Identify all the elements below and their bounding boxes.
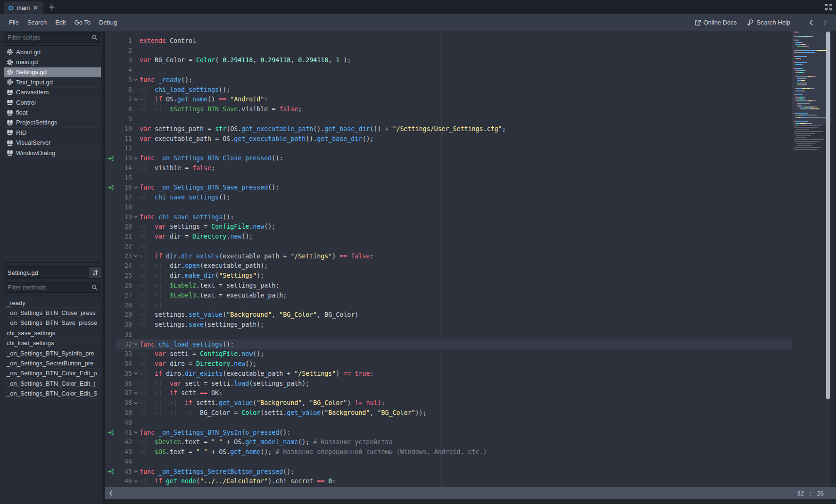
- fold-arrow-icon[interactable]: [133, 156, 138, 161]
- script-item-visualserver[interactable]: VisualServer: [4, 138, 101, 148]
- signal-connection-icon[interactable]: [108, 156, 114, 161]
- code-line-46[interactable]: 46»|if get_node("../../Calculator").chi_…: [105, 476, 792, 486]
- online-docs-button[interactable]: Online Docs: [691, 19, 741, 26]
- method-item[interactable]: chi_save_settings: [4, 328, 101, 338]
- history-forward-button[interactable]: [819, 19, 830, 26]
- script-item-float[interactable]: float: [4, 107, 101, 117]
- script-item-rid[interactable]: RID: [4, 128, 101, 138]
- code-line-10[interactable]: 10var settings_path = str(OS.get_executa…: [105, 124, 792, 134]
- search-help-button[interactable]: Search Help: [743, 19, 794, 26]
- method-item[interactable]: _on_Settings_BTN_Close_press: [4, 308, 101, 318]
- tab-main[interactable]: main: [4, 1, 43, 14]
- code-line-16[interactable]: 16func _on_Settings_BTN_Save_pressed():: [105, 182, 792, 192]
- code-line-5[interactable]: 5func _ready():: [105, 75, 792, 85]
- code-line-11[interactable]: 11var executable_path = OS.get_executabl…: [105, 134, 792, 144]
- code-line-1[interactable]: 1extends Control: [105, 36, 792, 46]
- code-line-19[interactable]: 19func chi_save_settings():: [105, 212, 792, 222]
- fold-arrow-icon[interactable]: [133, 401, 138, 405]
- code-line-33[interactable]: 33»|var setti = ConfigFile.new();: [105, 349, 792, 359]
- script-item-settings-gd[interactable]: Settings.gd: [4, 67, 101, 77]
- fold-arrow-icon[interactable]: [133, 391, 138, 396]
- fold-arrow-icon[interactable]: [133, 371, 138, 376]
- code-line-43[interactable]: 43»|$OS.text = " " + OS.get_name(); # На…: [105, 447, 792, 457]
- fold-arrow-icon[interactable]: [133, 479, 138, 484]
- fold-arrow-icon[interactable]: [133, 430, 138, 435]
- method-item[interactable]: _on_Settings_BTN_SysInfo_pre: [4, 348, 101, 358]
- script-item-canvasitem[interactable]: CanvasItem: [4, 88, 101, 98]
- minimap[interactable]: [792, 31, 836, 487]
- code-line-23[interactable]: 23»|if dir.dir_exists(executable_path + …: [105, 251, 792, 261]
- code-line-17[interactable]: 17»|chi_save_settings();: [105, 192, 792, 202]
- method-item[interactable]: _on_Settings_BTN_Color_Edit_S: [4, 389, 101, 399]
- filter-scripts-input[interactable]: Filter scripts: [4, 32, 101, 43]
- code-line-3[interactable]: 3var BG_Color = Color( 0.294118, 0.29411…: [105, 56, 792, 66]
- code-line-45[interactable]: 45func _on_Settings_SecretButton_pressed…: [105, 467, 792, 477]
- code-editor[interactable]: 1extends Control23var BG_Color = Color( …: [105, 31, 836, 487]
- fold-arrow-icon[interactable]: [133, 342, 138, 347]
- distraction-free-button[interactable]: [825, 3, 832, 13]
- code-line-38[interactable]: 38»|»|»|if setti.get_value("Background",…: [105, 398, 792, 408]
- code-line-8[interactable]: 8»|»|$Settings_BTN_Save.visible = false;: [105, 104, 792, 114]
- method-item[interactable]: _on_Settings_BTN_Color_Edit_p: [4, 369, 101, 379]
- code-line-31[interactable]: 31: [105, 330, 792, 339]
- current-script-name[interactable]: Settings.gd: [4, 266, 89, 279]
- code-line-39[interactable]: 39»|»|»|»|BG_Color = Color(setti.get_val…: [105, 408, 792, 418]
- code-line-29[interactable]: 29»|settings.set_value("Background", "BG…: [105, 310, 792, 320]
- code-line-40[interactable]: 40: [105, 418, 792, 428]
- fold-arrow-icon[interactable]: [133, 254, 138, 258]
- script-item-main-gd[interactable]: main.gd: [4, 57, 101, 67]
- menu-edit[interactable]: Edit: [51, 19, 70, 26]
- script-item-control[interactable]: Control: [4, 98, 101, 107]
- code-area[interactable]: 1extends Control23var BG_Color = Color( …: [105, 31, 792, 487]
- signal-connection-icon[interactable]: [108, 430, 114, 435]
- code-line-28[interactable]: 28»|»|: [105, 300, 792, 310]
- code-line-37[interactable]: 37»|»|if sett == OK:: [105, 388, 792, 398]
- code-line-21[interactable]: 21»|var dir = Directory.new();: [105, 231, 792, 241]
- code-line-44[interactable]: 44: [105, 457, 792, 467]
- code-line-12[interactable]: 12: [105, 143, 792, 153]
- new-tab-button[interactable]: [49, 4, 55, 12]
- code-line-24[interactable]: 24»|»|dir.open(executable_path);: [105, 261, 792, 271]
- fold-arrow-icon[interactable]: [133, 77, 138, 82]
- method-item[interactable]: _ready: [4, 298, 101, 308]
- method-item[interactable]: _on_Settings_SecretButton_pre: [4, 358, 101, 368]
- code-line-2[interactable]: 2: [105, 46, 792, 56]
- signal-connection-icon[interactable]: [108, 469, 114, 474]
- code-line-36[interactable]: 36»|»|var sett = setti.load(settings_pat…: [105, 379, 792, 388]
- code-line-34[interactable]: 34»|var diro = Directory.new();: [105, 359, 792, 369]
- code-line-25[interactable]: 25»|»|dir.make_dir("Settings");: [105, 271, 792, 281]
- code-line-20[interactable]: 20»|var settings = ConfigFile.new();: [105, 222, 792, 232]
- code-line-32[interactable]: 32func chi_load_settings():: [105, 339, 792, 349]
- filter-methods-input[interactable]: Filter methods: [4, 282, 101, 293]
- code-line-27[interactable]: 27»|»|$Label3.text = executable_path;: [105, 290, 792, 300]
- code-line-42[interactable]: 42»|$Device.text = " " + OS.get_model_na…: [105, 437, 792, 447]
- code-line-6[interactable]: 6»|chi_load_settings();: [105, 85, 792, 95]
- signal-connection-icon[interactable]: [108, 185, 114, 190]
- method-item[interactable]: _on_Settings_BTN_Save_presse: [4, 318, 101, 328]
- script-item-about-gd[interactable]: About.gd: [4, 47, 101, 57]
- code-line-15[interactable]: 15: [105, 173, 792, 183]
- code-line-41[interactable]: 41func _on_Settings_BTN_SysInfo_pressed(…: [105, 428, 792, 438]
- scrollbar-track[interactable]: [831, 31, 836, 487]
- code-line-9[interactable]: 9: [105, 114, 792, 124]
- menu-debug[interactable]: Debug: [95, 19, 121, 26]
- history-back-button[interactable]: [806, 19, 817, 26]
- sort-methods-button[interactable]: [89, 266, 101, 279]
- menu-file[interactable]: File: [5, 19, 23, 26]
- script-item-windowdialog[interactable]: WindowDialog: [4, 148, 101, 158]
- script-item-projectsettings[interactable]: ProjectSettings: [4, 118, 101, 128]
- code-line-30[interactable]: 30»|settings.save(settings_path);: [105, 320, 792, 330]
- fold-arrow-icon[interactable]: [133, 97, 138, 102]
- method-item[interactable]: _on_Settings_BTN_Color_Edit_(: [4, 379, 101, 388]
- code-line-26[interactable]: 26»|»|$Label2.text = settings_path;: [105, 281, 792, 290]
- scrollbar-grabber[interactable]: [826, 32, 830, 399]
- code-line-18[interactable]: 18: [105, 202, 792, 212]
- code-line-13[interactable]: 13func _on_Settings_BTN_Close_pressed():: [105, 153, 792, 163]
- fold-arrow-icon[interactable]: [133, 185, 138, 190]
- code-line-7[interactable]: 7»|if OS.get_name() == "Android":: [105, 95, 792, 105]
- method-item[interactable]: chi_load_settings: [4, 339, 101, 348]
- menu-go-to[interactable]: Go To: [70, 19, 95, 26]
- code-line-22[interactable]: 22»|: [105, 241, 792, 251]
- fold-arrow-icon[interactable]: [133, 469, 138, 474]
- menu-search[interactable]: Search: [23, 19, 51, 26]
